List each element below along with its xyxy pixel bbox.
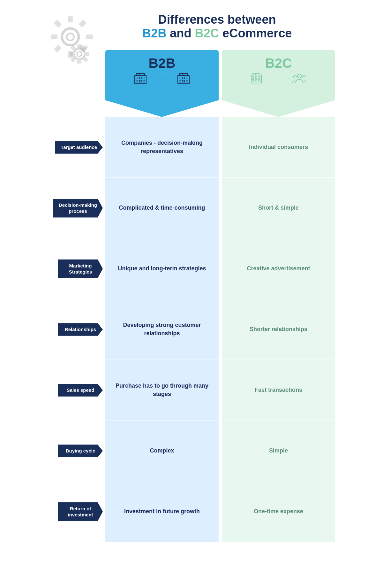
title-line2: B2B and B2C eCommerce — [99, 27, 335, 40]
label-item-marketing: MarketingStrategies — [48, 238, 105, 299]
label-item-buying: Buying cycle — [48, 421, 105, 481]
label-item-sales: Sales speed — [48, 360, 105, 421]
b2b-cell-4: Purchase has to go through many stages — [105, 360, 219, 421]
b2c-cell-5: Simple — [222, 421, 335, 481]
svg-rect-43 — [252, 80, 254, 81]
b2b-title: B2B — [148, 56, 175, 71]
labels-column: Target audience Decision-makingprocess M… — [48, 50, 105, 542]
b2b-cell-2: Unique and long-term strategies — [105, 238, 219, 299]
svg-rect-33 — [186, 77, 188, 79]
b2b-text-5: Complex — [150, 447, 174, 455]
b2b-text-1: Complicated & time-consuming — [119, 204, 205, 212]
title-line1: Differences between — [99, 13, 335, 27]
b2c-text-4: Fast transactions — [255, 386, 302, 394]
b2c-text-2: Creative advertisement — [247, 265, 310, 273]
b2c-cell-1: Short & simple — [222, 178, 335, 238]
svg-rect-39 — [252, 74, 260, 75]
b2b-cell-0: Companies - decision-making representati… — [105, 117, 219, 178]
svg-rect-42 — [259, 77, 260, 78]
b2b-text-4: Purchase has to go through many stages — [112, 382, 212, 398]
svg-rect-11 — [77, 44, 81, 49]
b2c-text-1: Short & simple — [258, 204, 299, 212]
label-target-audience: Target audience — [55, 141, 103, 154]
b2b-text-2: Unique and long-term strategies — [118, 265, 206, 273]
svg-rect-28 — [139, 74, 140, 75]
svg-rect-27 — [143, 80, 145, 82]
label-sales-speed: Sales speed — [58, 384, 103, 397]
svg-rect-30 — [179, 74, 188, 75]
b2c-cell-3: Shorter relationships — [222, 299, 335, 360]
label-item-roi: Return ofinvestment — [48, 481, 105, 542]
page-container: Differences between B2B and B2C eCommerc… — [48, 13, 335, 555]
b2b-text-0: Companies - decision-making representati… — [112, 139, 212, 155]
b2b-icons: · · · · · · · → — [134, 73, 190, 84]
data-rows: Companies - decision-making representati… — [105, 117, 335, 542]
svg-point-49 — [302, 75, 305, 78]
svg-rect-7 — [79, 19, 86, 27]
b2c-column: Individual consumers Short & simple Crea… — [222, 117, 335, 542]
bottom-padding — [48, 542, 335, 555]
svg-point-47 — [297, 74, 301, 78]
svg-rect-25 — [136, 80, 138, 82]
svg-rect-5 — [54, 19, 62, 27]
b2b-cell-1: Complicated & time-consuming — [105, 178, 219, 238]
label-decision-making: Decision-makingprocess — [53, 199, 103, 218]
b2c-building-icon — [251, 73, 262, 84]
b2b-header: B2B — [105, 50, 219, 117]
b2b-cell-3: Developing strong customer relationships — [105, 299, 219, 360]
svg-rect-26 — [139, 80, 141, 82]
label-buying-cycle: Buying cycle — [58, 445, 103, 457]
building-icon-left — [134, 73, 147, 84]
b2c-text-3: Shorter relationships — [250, 325, 307, 333]
svg-rect-37 — [182, 74, 183, 75]
label-marketing: MarketingStrategies — [58, 259, 103, 278]
b2b-cell-6: Investment in future growth — [105, 481, 219, 542]
svg-rect-36 — [186, 80, 188, 82]
svg-rect-41 — [255, 77, 257, 78]
svg-rect-24 — [143, 77, 145, 79]
title-b2c: B2C — [195, 27, 219, 40]
svg-rect-40 — [252, 77, 254, 78]
b2c-text-5: Simple — [269, 447, 288, 455]
header-row: B2B — [105, 50, 335, 117]
b2c-text-0: Individual consumers — [249, 143, 308, 151]
b2c-cell-2: Creative advertisement — [222, 238, 335, 299]
svg-rect-31 — [179, 77, 181, 79]
svg-rect-21 — [136, 74, 145, 75]
b2c-icons: · · · · · · · → — [251, 73, 306, 84]
label-item-target: Target audience — [48, 117, 105, 178]
b2b-text-6: Investment in future growth — [124, 507, 200, 515]
b2b-cell-5: Complex — [105, 421, 219, 481]
b2c-header: B2C — [222, 50, 335, 117]
svg-rect-1 — [68, 16, 73, 23]
label-item-relationships: Relationships — [48, 299, 105, 360]
label-relationships: Relationships — [58, 323, 103, 336]
title-and: and — [167, 27, 195, 40]
svg-rect-35 — [183, 80, 184, 82]
svg-rect-29 — [178, 75, 189, 84]
b2c-text-6: One-time expense — [254, 507, 303, 515]
b2c-title: B2C — [265, 56, 292, 71]
svg-point-48 — [293, 75, 296, 78]
svg-rect-20 — [135, 75, 146, 84]
svg-point-9 — [67, 33, 74, 41]
b2c-cell-6: One-time expense — [222, 481, 335, 542]
svg-rect-22 — [136, 77, 138, 79]
b2b-column: Companies - decision-making representati… — [105, 117, 219, 542]
svg-rect-23 — [139, 77, 141, 79]
b2c-cell-0: Individual consumers — [222, 117, 335, 178]
svg-rect-45 — [259, 80, 260, 81]
svg-rect-3 — [51, 35, 57, 39]
b2b-text-3: Developing strong customer relationships — [112, 321, 212, 337]
svg-rect-34 — [179, 80, 181, 82]
b2c-cell-4: Fast transactions — [222, 360, 335, 421]
svg-rect-46 — [255, 74, 256, 75]
svg-rect-32 — [183, 77, 184, 79]
people-icon — [292, 73, 306, 84]
title-ecommerce: eCommerce — [219, 27, 292, 40]
title-b2b: B2B — [142, 27, 167, 40]
svg-rect-44 — [255, 80, 257, 81]
label-item-decision: Decision-makingprocess — [48, 178, 105, 238]
main-layout: Target audience Decision-makingprocess M… — [48, 50, 335, 542]
building-icon-right — [177, 73, 190, 84]
